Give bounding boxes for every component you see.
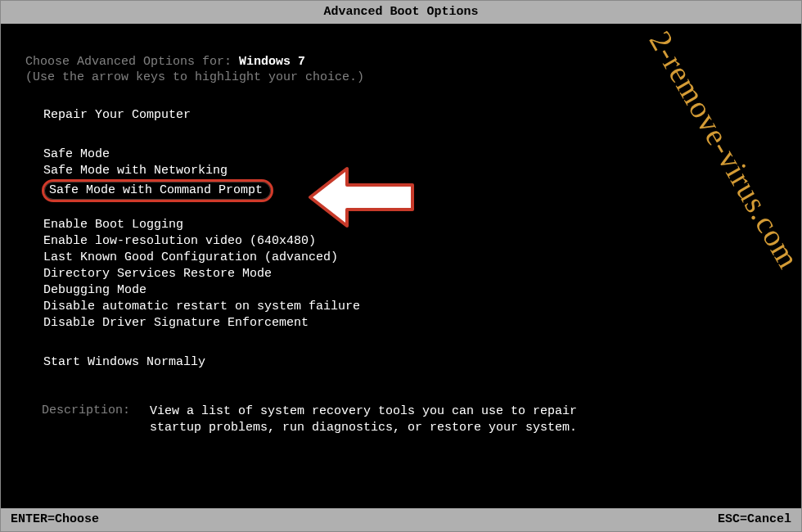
footer-enter-hint: ENTER=Choose (11, 512, 99, 527)
menu-item-start-windows-normally[interactable]: Start Windows Normally (42, 354, 777, 371)
footer: ENTER=Choose ESC=Cancel (1, 508, 801, 531)
choose-label: Choose Advanced Options for: (25, 55, 239, 69)
choose-line: Choose Advanced Options for: Windows 7 (25, 55, 777, 69)
title-text: Advanced Boot Options (323, 5, 478, 19)
footer-esc-hint: ESC=Cancel (718, 512, 791, 527)
menu-item-disable-auto-restart[interactable]: Disable automatic restart on system fail… (42, 299, 777, 315)
menu-item-repair-your-computer[interactable]: Repair Your Computer (42, 107, 777, 124)
menu-group-advanced: Enable Boot Logging Enable low-resolutio… (42, 217, 777, 331)
menu-group-normal: Start Windows Normally (42, 354, 777, 371)
menu-item-directory-services-restore[interactable]: Directory Services Restore Mode (42, 266, 777, 282)
menu-item-safe-mode-command-prompt[interactable]: Safe Mode with Command Prompt (42, 179, 273, 202)
description-text: View a list of system recovery tools you… (150, 404, 608, 436)
description-block: Description: View a list of system recov… (42, 404, 777, 436)
menu-item-debugging-mode[interactable]: Debugging Mode (42, 282, 777, 299)
arrow-keys-hint: (Use the arrow keys to highlight your ch… (25, 70, 777, 84)
description-label: Description: (42, 404, 150, 436)
menu-item-low-resolution-video[interactable]: Enable low-resolution video (640x480) (42, 233, 777, 250)
menu-item-last-known-good-config[interactable]: Last Known Good Configuration (advanced) (42, 250, 777, 266)
menu-item-enable-boot-logging[interactable]: Enable Boot Logging (42, 217, 777, 233)
titlebar: Advanced Boot Options (1, 1, 801, 24)
os-name: Windows 7 (239, 55, 305, 69)
menu-group-safe-mode: Safe Mode Safe Mode with Networking Safe… (42, 147, 777, 202)
menu-item-safe-mode[interactable]: Safe Mode (42, 147, 777, 163)
menu-item-disable-driver-signature[interactable]: Disable Driver Signature Enforcement (42, 315, 777, 331)
content-area: Choose Advanced Options for: Windows 7 (… (1, 24, 801, 444)
menu-item-safe-mode-networking[interactable]: Safe Mode with Networking (42, 163, 777, 179)
menu-group-repair: Repair Your Computer (42, 107, 777, 124)
